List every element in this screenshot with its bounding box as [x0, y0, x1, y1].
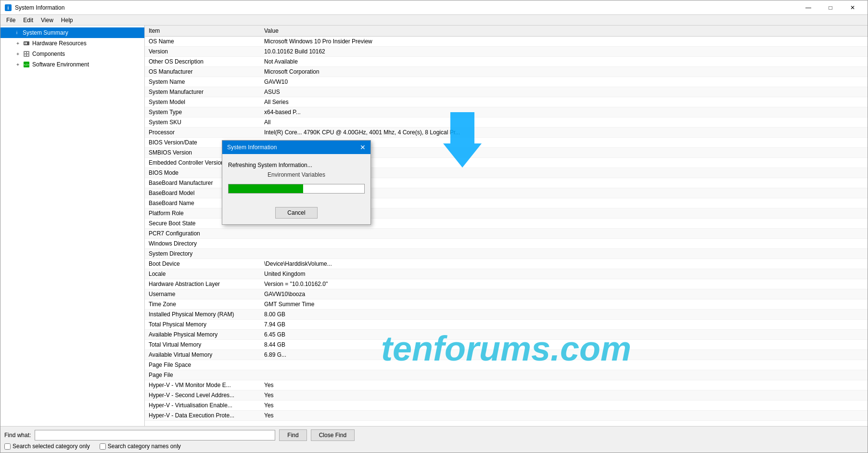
menu-edit[interactable]: Edit: [19, 16, 37, 25]
table-cell-item: Hyper-V - Second Level Addres...: [145, 390, 260, 401]
table-row[interactable]: System Typex64-based P...: [145, 107, 868, 117]
table-cell-item: OS Name: [145, 37, 260, 47]
bottom-bar: Find what: Find Close Find Search select…: [0, 426, 868, 453]
table-cell-item: Processor: [145, 128, 260, 138]
expander-icon: ＋: [14, 61, 22, 68]
system-info-dialog: System Information ✕ Refreshing System I…: [222, 140, 371, 225]
table-row[interactable]: OS NameMicrosoft Windows 10 Pro Insider …: [145, 37, 868, 47]
table-row[interactable]: ProcessorIntel(R) Core... 4790K CPU @ 4.…: [145, 128, 868, 138]
table-row[interactable]: Hyper-V - VM Monitor Mode E...Yes: [145, 380, 868, 390]
menu-help[interactable]: Help: [57, 16, 77, 25]
table-cell-item: Hyper-V - Virtualisation Enable...: [145, 401, 260, 411]
tree-software-environment[interactable]: ＋ </> Software Environment: [0, 59, 144, 70]
svg-rect-7: [24, 51, 29, 57]
table-cell-item: System Type: [145, 107, 260, 117]
modal-close-button[interactable]: ✕: [360, 143, 366, 151]
find-button[interactable]: Find: [279, 429, 306, 441]
table-row[interactable]: System NameGAVW10: [145, 77, 868, 87]
table-row[interactable]: Time ZoneGMT Summer Time: [145, 299, 868, 310]
table-row[interactable]: System ManufacturerASUS: [145, 87, 868, 97]
menu-file[interactable]: File: [2, 16, 19, 25]
table-cell-value: Yes: [260, 390, 868, 401]
table-row[interactable]: System SKUAll: [145, 117, 868, 128]
modal-cancel-button[interactable]: Cancel: [275, 207, 317, 219]
maximize-button[interactable]: □: [819, 0, 842, 15]
table-row[interactable]: Page File: [145, 370, 868, 380]
table-row[interactable]: Available Physical Memory6.45 GB: [145, 330, 868, 340]
table-cell-value: Microsoft Corporation: [260, 67, 868, 77]
checkbox-selected-category-input[interactable]: [4, 443, 11, 450]
table-row[interactable]: LocaleUnited Kingdom: [145, 269, 868, 279]
table-row[interactable]: Page File Space: [145, 360, 868, 370]
minimize-button[interactable]: —: [797, 0, 819, 15]
tree-components-label: Components: [32, 51, 65, 57]
col-header-value: Value: [260, 26, 868, 37]
table-cell-value: x64-based P...: [260, 107, 868, 117]
expander-icon: [4, 29, 12, 37]
table-cell-item: System Manufacturer: [145, 87, 260, 97]
find-input[interactable]: [35, 430, 275, 440]
modal-env-text: Environment Variables: [228, 171, 365, 178]
table-row[interactable]: Boot Device\Device\HarddiskVolume...: [145, 259, 868, 269]
close-button[interactable]: ✕: [842, 0, 864, 15]
main-window: i System Information — □ ✕ File Edit Vie…: [0, 0, 868, 453]
col-header-item: Item: [145, 26, 260, 37]
svg-rect-10: [25, 54, 26, 56]
checkbox-category-names-label: Search category names only: [108, 443, 181, 450]
table-cell-value: All: [260, 117, 868, 128]
table-cell-item: Hyper-V - VM Monitor Mode E...: [145, 380, 260, 390]
table-row[interactable]: Installed Physical Memory (RAM)8.00 GB: [145, 310, 868, 320]
table-row[interactable]: Hardware Abstraction LayerVersion = "10.…: [145, 279, 868, 289]
table-row[interactable]: PCR7 Configuration: [145, 229, 868, 239]
find-label: Find what:: [4, 432, 31, 439]
table-cell-item: Page File Space: [145, 360, 260, 370]
table-cell-value: Version = "10.0.10162.0": [260, 279, 868, 289]
table-cell-value: GAVW10\booza: [260, 289, 868, 299]
table-cell-item: System Model: [145, 97, 260, 107]
checkbox-category-names[interactable]: Search category names only: [100, 443, 181, 450]
table-row[interactable]: Version10.0.10162 Build 10162: [145, 47, 868, 57]
tree-system-summary[interactable]: i System Summary: [0, 27, 144, 38]
table-cell-value: Yes: [260, 401, 868, 411]
table-row[interactable]: Other OS DescriptionNot Available: [145, 57, 868, 67]
table-row[interactable]: Hyper-V - Virtualisation Enable...Yes: [145, 401, 868, 411]
table-cell-item: Username: [145, 289, 260, 299]
table-row[interactable]: OS ManufacturerMicrosoft Corporation: [145, 67, 868, 77]
modal-body: Refreshing System Information... Environ…: [222, 154, 370, 207]
table-cell-value: 8.00 GB: [260, 310, 868, 320]
table-cell-item: Other OS Description: [145, 57, 260, 67]
table-row[interactable]: UsernameGAVW10\booza: [145, 289, 868, 299]
modal-refreshing-text: Refreshing System Information...: [228, 162, 365, 168]
table-cell-item: Installed Physical Memory (RAM): [145, 310, 260, 320]
table-cell-value: Intel(R) Core... 4790K CPU @ 4.00GHz, 40…: [260, 128, 868, 138]
checkbox-selected-category[interactable]: Search selected category only: [4, 443, 90, 450]
table-cell-value: ASUS: [260, 87, 868, 97]
table-cell-item: System SKU: [145, 117, 260, 128]
table-row[interactable]: Windows Directory: [145, 239, 868, 249]
tree-components[interactable]: ＋ Components: [0, 49, 144, 59]
table-row[interactable]: Available Virtual Memory6.89 G...: [145, 350, 868, 360]
table-cell-item: Available Virtual Memory: [145, 350, 260, 360]
svg-text:i: i: [16, 30, 17, 35]
table-cell-value: \Device\HarddiskVolume...: [260, 259, 868, 269]
title-bar: i System Information — □ ✕: [0, 0, 868, 15]
table-row[interactable]: System ModelAll Series: [145, 97, 868, 107]
tree-software-label: Software Environment: [32, 61, 89, 68]
menu-view[interactable]: View: [37, 16, 57, 25]
table-cell-item: Version: [145, 47, 260, 57]
table-row[interactable]: Hyper-V - Data Execution Prote...Yes: [145, 411, 868, 421]
checkbox-category-names-input[interactable]: [100, 443, 106, 450]
software-icon: </>: [23, 61, 30, 68]
expander-icon: ＋: [14, 39, 22, 47]
tree-hardware-resources[interactable]: ＋ Hardware Resources: [0, 38, 144, 49]
table-cell-value: [260, 360, 868, 370]
table-cell-value: [260, 370, 868, 380]
menu-bar: File Edit View Help: [0, 15, 868, 26]
table-row[interactable]: System Directory: [145, 249, 868, 259]
table-row[interactable]: Total Virtual Memory8.44 GB: [145, 340, 868, 350]
table-row[interactable]: Hyper-V - Second Level Addres...Yes: [145, 390, 868, 401]
table-cell-value: Microsoft Windows 10 Pro Insider Preview: [260, 37, 868, 47]
table-row[interactable]: Total Physical Memory7.94 GB: [145, 320, 868, 330]
table-cell-item: Total Virtual Memory: [145, 340, 260, 350]
close-find-button[interactable]: Close Find: [311, 429, 355, 441]
